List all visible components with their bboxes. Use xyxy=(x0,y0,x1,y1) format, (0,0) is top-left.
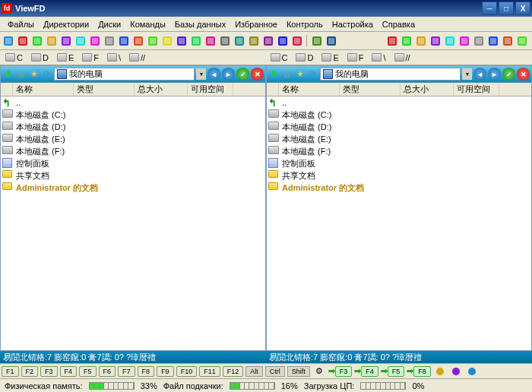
globe-icon[interactable] xyxy=(325,34,338,48)
drive-F[interactable]: F xyxy=(344,52,368,64)
list-item[interactable]: 本地磁盘 (D:) xyxy=(267,121,531,133)
list-item[interactable]: 本地磁盘 (D:) xyxy=(1,121,265,133)
fkey-F4[interactable]: F4 xyxy=(60,366,78,377)
drive-E[interactable]: E xyxy=(53,52,78,64)
copy-icon[interactable] xyxy=(131,34,145,48)
paint-icon[interactable] xyxy=(486,34,500,48)
cut-icon[interactable] xyxy=(117,34,131,48)
col-总大小[interactable]: 总大小 xyxy=(401,83,454,96)
view-detail-icon[interactable] xyxy=(45,34,59,48)
list-item[interactable]: 本地磁盘 (C:) xyxy=(1,109,265,121)
view-list-icon[interactable] xyxy=(2,34,15,48)
drive-//[interactable]: // xyxy=(125,52,149,64)
mod-Ctrl[interactable]: Ctrl xyxy=(265,366,285,377)
fkey-F2[interactable]: F2 xyxy=(21,366,39,377)
fkey-F1[interactable]: F1 xyxy=(2,366,19,377)
path-dropdown[interactable]: 我的电脑 xyxy=(54,68,195,81)
list-item[interactable]: Administrator 的文档 xyxy=(267,182,531,194)
path-dropdown[interactable]: 我的电脑 xyxy=(320,68,461,81)
list-item[interactable]: 控制面板 xyxy=(1,157,265,169)
window-icon[interactable] xyxy=(233,34,246,48)
drive-\[interactable]: \ xyxy=(368,52,389,64)
letter-a-icon[interactable] xyxy=(59,34,73,48)
paste-icon[interactable] xyxy=(146,34,160,48)
nav-back[interactable]: ◄ xyxy=(207,68,220,81)
file-list[interactable]: ↰..本地磁盘 (C:)本地磁盘 (D:)本地磁盘 (E:)本地磁盘 (F:)控… xyxy=(1,96,265,350)
fkey-F5[interactable]: F5 xyxy=(79,366,97,377)
list-item[interactable]: 共享文档 xyxy=(1,169,265,182)
menu-Директории[interactable]: Директории xyxy=(39,18,93,30)
disk-icon[interactable] xyxy=(449,365,463,378)
fkey-green-F4[interactable]: F4 xyxy=(361,366,378,377)
edit-icon[interactable] xyxy=(472,34,486,48)
up-icon[interactable]: ⬆ xyxy=(268,68,280,80)
users-icon[interactable] xyxy=(433,365,447,378)
brush-icon[interactable] xyxy=(310,34,324,48)
list-item[interactable]: ↰.. xyxy=(1,96,265,109)
mod-Alt[interactable]: Alt xyxy=(245,366,263,377)
drive-E[interactable]: E xyxy=(318,52,342,64)
nav-refresh[interactable]: ✓ xyxy=(502,68,515,81)
menu-Файлы[interactable]: Файлы xyxy=(3,18,39,30)
fkey-F9[interactable]: F9 xyxy=(157,366,174,377)
folder-open-icon[interactable] xyxy=(400,34,413,48)
col-类型[interactable]: 类型 xyxy=(340,83,401,96)
maximize-btn[interactable]: □ xyxy=(499,2,514,15)
star-icon[interactable]: ★ xyxy=(294,68,306,80)
nav-fwd[interactable]: ► xyxy=(488,68,501,81)
fkey-F12[interactable]: F12 xyxy=(223,366,244,377)
star-icon[interactable]: ★ xyxy=(28,68,40,80)
home-icon[interactable]: ⌂ xyxy=(281,68,293,80)
home-icon[interactable]: ⌂ xyxy=(15,68,27,80)
fkey-green-F5[interactable]: F5 xyxy=(388,366,405,377)
menu-Настройка[interactable]: Настройка xyxy=(328,18,378,30)
drive-D[interactable]: D xyxy=(292,52,317,64)
drive-C[interactable]: C xyxy=(267,52,292,64)
minimize-btn[interactable]: ─ xyxy=(482,2,497,15)
view-split-icon[interactable] xyxy=(16,34,30,48)
nav-refresh[interactable]: ✓ xyxy=(236,68,249,81)
fkey-green-F3[interactable]: F3 xyxy=(335,366,353,377)
search-icon[interactable] xyxy=(385,34,399,48)
menu-Контроль[interactable]: Контроль xyxy=(282,18,328,30)
nav-close[interactable]: ✕ xyxy=(251,68,264,81)
back-arrow-icon[interactable] xyxy=(103,34,116,48)
book-icon[interactable] xyxy=(501,34,515,48)
nav-back[interactable]: ◄ xyxy=(473,68,486,81)
menu-Диски[interactable]: Диски xyxy=(93,18,125,30)
list-item[interactable]: 共享文档 xyxy=(267,169,531,182)
nav-close[interactable]: ✕ xyxy=(517,68,530,81)
columns-icon[interactable] xyxy=(218,34,232,48)
fkey-F10[interactable]: F10 xyxy=(176,366,198,377)
drive-F[interactable]: F xyxy=(78,52,103,64)
ie-icon[interactable] xyxy=(515,34,529,48)
dropdown-arrow[interactable]: ▾ xyxy=(462,68,472,80)
drive-\[interactable]: \ xyxy=(103,52,125,64)
menu-Избранное[interactable]: Избранное xyxy=(230,18,282,30)
menu-Базы данных[interactable]: Базы данных xyxy=(170,18,230,30)
settings-icon[interactable] xyxy=(204,34,217,48)
chart-icon[interactable] xyxy=(465,365,479,378)
menu-Команды[interactable]: Команды xyxy=(125,18,170,30)
floppy-icon[interactable] xyxy=(429,34,442,48)
calc-icon[interactable] xyxy=(276,34,290,48)
mod-Shift[interactable]: Shift xyxy=(287,366,310,377)
fkey-F11[interactable]: F11 xyxy=(199,366,220,377)
lock-icon[interactable] xyxy=(414,34,428,48)
drive-//[interactable]: // xyxy=(391,52,414,64)
list-item[interactable]: Administrator 的文档 xyxy=(1,182,265,194)
video-icon[interactable] xyxy=(189,34,203,48)
fkey-F8[interactable]: F8 xyxy=(138,366,155,377)
col-名称[interactable]: 名称 xyxy=(13,83,74,96)
dropdown-arrow[interactable]: ▾ xyxy=(196,68,206,80)
col-可用空间[interactable]: 可用空间 xyxy=(454,83,499,96)
doc-icon[interactable] xyxy=(443,34,457,48)
list-item[interactable]: 控制面板 xyxy=(267,157,531,169)
fkey-F6[interactable]: F6 xyxy=(99,366,116,377)
menu-Справка[interactable]: Справка xyxy=(378,18,420,30)
history-icon[interactable] xyxy=(88,34,102,48)
gear-icon[interactable]: ⚙ xyxy=(312,365,326,378)
col-可用空间[interactable]: 可用空间 xyxy=(188,83,233,96)
fkey-F7[interactable]: F7 xyxy=(118,366,135,377)
list-item[interactable]: 本地磁盘 (E:) xyxy=(267,133,531,145)
